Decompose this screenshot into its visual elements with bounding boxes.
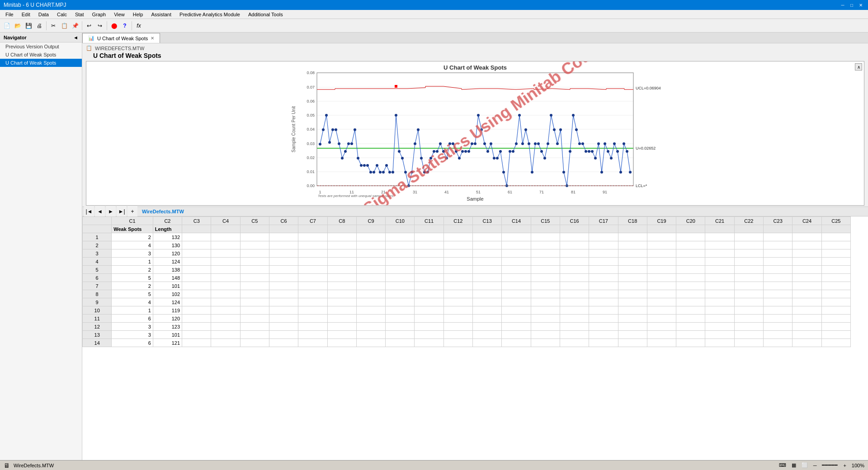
cell-empty[interactable] [618,274,647,282]
cell-empty[interactable] [443,315,472,323]
cell-empty[interactable] [356,241,385,249]
chart-collapse-button[interactable]: ∧ [855,63,862,70]
cell-length[interactable]: 123 [153,323,182,331]
cell-empty[interactable] [531,241,560,249]
cell-empty[interactable] [589,315,618,323]
cell-empty[interactable] [473,331,502,339]
menu-assistant[interactable]: Assistant [147,11,175,18]
menu-graph[interactable]: Graph [89,11,110,18]
cell-empty[interactable] [764,306,793,315]
menu-pam[interactable]: Predictive Analytics Module [176,11,244,18]
cell-empty[interactable] [560,290,589,298]
cell-empty[interactable] [705,258,734,266]
cell-weak-spots[interactable]: 5 [112,274,153,282]
col-c8[interactable]: C8 [327,217,356,225]
cell-empty[interactable] [415,315,443,323]
cell-empty[interactable] [298,241,327,249]
redo-button[interactable]: ↪ [95,21,105,31]
cell-empty[interactable] [473,233,502,241]
cell-length[interactable]: 132 [153,233,182,241]
cell-empty[interactable] [764,339,793,347]
cell-empty[interactable] [618,331,647,339]
cell-empty[interactable] [269,274,298,282]
cell-empty[interactable] [182,266,211,274]
cell-empty[interactable] [531,339,560,347]
zoom-in-button[interactable]: + [843,463,846,468]
cell-weak-spots[interactable]: 6 [112,315,153,323]
cell-empty[interactable] [589,241,618,249]
cell-empty[interactable] [298,282,327,290]
cell-length[interactable]: 124 [153,298,182,306]
cell-length[interactable]: 121 [153,339,182,347]
nav-uchart-1[interactable]: U Chart of Weak Spots [0,51,82,59]
cell-empty[interactable] [415,323,443,331]
cell-empty[interactable] [298,315,327,323]
cell-empty[interactable] [240,306,269,315]
col-c17-empty[interactable] [589,225,618,233]
cell-empty[interactable] [618,282,647,290]
zoom-slider[interactable]: ━━━━━ [822,462,838,468]
cell-empty[interactable] [734,290,763,298]
cell-empty[interactable] [560,306,589,315]
cell-empty[interactable] [793,274,821,282]
col-c14[interactable]: C14 [502,217,531,225]
cell-empty[interactable] [298,266,327,274]
cell-empty[interactable] [327,331,356,339]
cell-empty[interactable] [647,282,676,290]
cell-empty[interactable] [443,241,472,249]
cell-empty[interactable] [793,249,821,258]
cell-empty[interactable] [182,249,211,258]
col-c10[interactable]: C10 [386,217,415,225]
cell-empty[interactable] [821,233,850,241]
cell-empty[interactable] [676,274,705,282]
cell-empty[interactable] [443,274,472,282]
cell-empty[interactable] [676,315,705,323]
cell-empty[interactable] [269,290,298,298]
cell-empty[interactable] [443,266,472,274]
cell-empty[interactable] [531,298,560,306]
cell-empty[interactable] [386,323,415,331]
cell-empty[interactable] [793,323,821,331]
cell-empty[interactable] [589,306,618,315]
cell-empty[interactable] [182,315,211,323]
col-c10-empty[interactable] [386,225,415,233]
cut-button[interactable]: ✂ [48,21,58,31]
cell-empty[interactable] [182,233,211,241]
cell-empty[interactable] [327,290,356,298]
col-c21[interactable]: C21 [705,217,734,225]
cell-empty[interactable] [647,298,676,306]
table-row[interactable]: 41124 [83,258,851,266]
cell-empty[interactable] [676,233,705,241]
menu-view[interactable]: View [110,11,128,18]
cell-empty[interactable] [734,298,763,306]
cell-empty[interactable] [589,331,618,339]
col-c25[interactable]: C25 [821,217,850,225]
cell-empty[interactable] [327,249,356,258]
cell-weak-spots[interactable]: 3 [112,323,153,331]
cell-weak-spots[interactable]: 2 [112,266,153,274]
cell-empty[interactable] [734,339,763,347]
cell-empty[interactable] [298,258,327,266]
cell-empty[interactable] [269,323,298,331]
cell-empty[interactable] [473,339,502,347]
cell-empty[interactable] [793,306,821,315]
cell-empty[interactable] [240,274,269,282]
menu-file[interactable]: File [2,11,17,18]
cell-empty[interactable] [764,282,793,290]
cell-empty[interactable] [356,274,385,282]
cell-empty[interactable] [211,290,240,298]
cell-empty[interactable] [327,266,356,274]
cell-empty[interactable] [443,249,472,258]
cell-empty[interactable] [618,315,647,323]
cell-empty[interactable] [298,306,327,315]
cell-empty[interactable] [327,258,356,266]
cell-empty[interactable] [531,266,560,274]
cell-empty[interactable] [240,241,269,249]
cell-empty[interactable] [531,331,560,339]
cell-empty[interactable] [386,266,415,274]
cell-empty[interactable] [589,290,618,298]
col-c3-empty[interactable] [182,225,211,233]
cell-empty[interactable] [473,274,502,282]
cell-empty[interactable] [734,282,763,290]
cell-empty[interactable] [386,331,415,339]
